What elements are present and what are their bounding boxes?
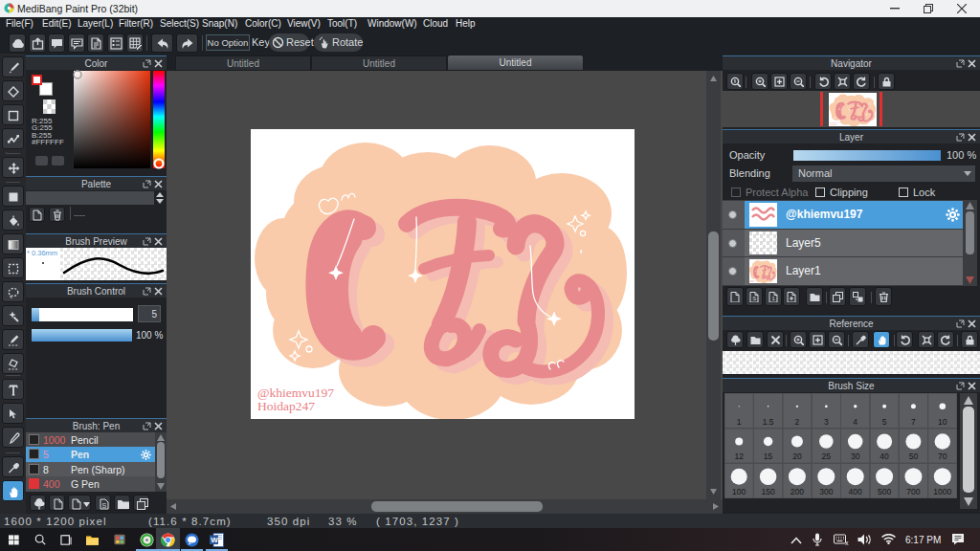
svg-text:100: 100 — [732, 487, 746, 496]
svg-text:4: 4 — [853, 417, 858, 427]
svg-text:30: 30 — [851, 452, 860, 461]
svg-text:W: W — [211, 536, 218, 544]
svg-text:200: 200 — [791, 487, 804, 496]
svg-text:@khiemvu197: @khiemvu197 — [257, 386, 334, 400]
svg-text:40: 40 — [880, 452, 889, 461]
svg-text:10: 10 — [938, 417, 947, 427]
svg-text:7: 7 — [911, 417, 916, 427]
svg-text:S: S — [752, 296, 756, 301]
svg-text:Hoidap247: Hoidap247 — [257, 399, 315, 413]
svg-text:500: 500 — [878, 487, 891, 496]
svg-text:x: x — [845, 540, 849, 545]
svg-text:400: 400 — [849, 487, 862, 496]
svg-text:700: 700 — [906, 487, 920, 496]
svg-text:1: 1 — [737, 417, 742, 427]
svg-text:1: 1 — [772, 296, 776, 301]
svg-text:15: 15 — [764, 452, 773, 461]
svg-text:2: 2 — [795, 417, 800, 427]
svg-text:25: 25 — [822, 452, 832, 461]
svg-text:5: 5 — [882, 417, 887, 427]
svg-text:1000: 1000 — [933, 487, 951, 496]
svg-text:50: 50 — [909, 452, 919, 461]
svg-text:70: 70 — [938, 452, 947, 461]
svg-text:300: 300 — [819, 487, 833, 496]
svg-text:3: 3 — [824, 417, 829, 427]
svg-text:150: 150 — [762, 487, 775, 496]
svg-text:S: S — [102, 502, 107, 509]
svg-text:12: 12 — [734, 452, 744, 461]
svg-text:1.5: 1.5 — [763, 417, 774, 427]
svg-text:20: 20 — [792, 452, 802, 461]
